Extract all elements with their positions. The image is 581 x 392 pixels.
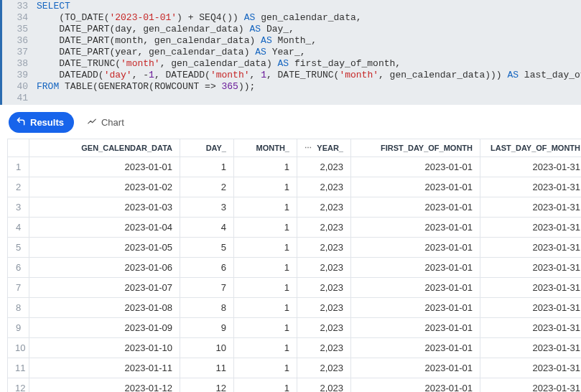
cell-day[interactable]: 6 xyxy=(180,258,234,278)
cell-ldom[interactable]: 2023-01-31 xyxy=(480,218,582,238)
table-row[interactable]: 92023-01-09912,0232023-01-012023-01-31 xyxy=(8,318,582,338)
cell-year[interactable]: 2,023 xyxy=(297,378,351,393)
more-columns-icon[interactable]: ⋯ xyxy=(305,144,314,151)
cell-ldom[interactable]: 2023-01-31 xyxy=(480,278,582,298)
table-row[interactable]: 102023-01-101012,0232023-01-012023-01-31 xyxy=(8,338,582,358)
cell-month[interactable]: 1 xyxy=(234,177,297,197)
rownum-cell[interactable]: 7 xyxy=(8,278,29,298)
rownum-cell[interactable]: 6 xyxy=(8,258,29,278)
cell-gen[interactable]: 2023-01-09 xyxy=(29,318,180,338)
cell-ldom[interactable]: 2023-01-31 xyxy=(480,258,582,278)
cell-month[interactable]: 1 xyxy=(234,218,297,238)
cell-gen[interactable]: 2023-01-06 xyxy=(29,258,180,278)
cell-day[interactable]: 4 xyxy=(180,218,234,238)
sql-editor[interactable]: 33SELECT34 (TO_DATE('2023-01-01') + SEQ4… xyxy=(0,0,581,105)
editor-line[interactable]: 40FROM TABLE(GENERATOR(ROWCOUNT => 365))… xyxy=(2,81,581,93)
cell-fdom[interactable]: 2023-01-01 xyxy=(351,238,480,258)
cell-gen[interactable]: 2023-01-05 xyxy=(29,238,180,258)
rownum-cell[interactable]: 1 xyxy=(8,157,29,177)
cell-fdom[interactable]: 2023-01-01 xyxy=(351,278,480,298)
cell-gen[interactable]: 2023-01-01 xyxy=(29,157,180,177)
results-grid[interactable]: GEN_CALENDAR_DATA DAY_ MONTH_ ⋯YEAR_ FIR… xyxy=(7,139,581,392)
cell-year[interactable]: 2,023 xyxy=(297,258,351,278)
editor-line[interactable]: 35 DATE_PART(day, gen_calendar_data) AS … xyxy=(2,24,581,35)
cell-year[interactable]: 2,023 xyxy=(297,318,351,338)
results-button[interactable]: Results xyxy=(9,112,74,133)
line-code[interactable]: (TO_DATE('2023-01-01') + SEQ4()) AS gen_… xyxy=(37,12,581,24)
table-row[interactable]: 82023-01-08812,0232023-01-012023-01-31 xyxy=(8,298,582,318)
cell-year[interactable]: 2,023 xyxy=(297,298,351,318)
cell-ldom[interactable]: 2023-01-31 xyxy=(480,238,582,258)
cell-gen[interactable]: 2023-01-02 xyxy=(29,177,180,197)
line-code[interactable] xyxy=(37,93,581,104)
cell-month[interactable]: 1 xyxy=(234,238,297,258)
cell-day[interactable]: 2 xyxy=(180,177,234,197)
cell-fdom[interactable]: 2023-01-01 xyxy=(351,298,480,318)
cell-day[interactable]: 10 xyxy=(180,338,234,358)
rownum-cell[interactable]: 4 xyxy=(8,218,29,238)
col-header-fdom[interactable]: FIRST_DAY_OF_MONTH xyxy=(351,139,480,157)
line-code[interactable]: DATE_TRUNC('month', gen_calendar_data) A… xyxy=(37,58,581,70)
editor-line[interactable]: 34 (TO_DATE('2023-01-01') + SEQ4()) AS g… xyxy=(2,12,581,24)
cell-ldom[interactable]: 2023-01-31 xyxy=(480,318,582,338)
table-row[interactable]: 32023-01-03312,0232023-01-012023-01-31 xyxy=(8,197,582,218)
editor-line[interactable]: 39 DATEADD('day', -1, DATEADD('month', 1… xyxy=(2,70,581,81)
editor-line[interactable]: 36 DATE_PART(month, gen_calendar_data) A… xyxy=(2,35,581,47)
cell-month[interactable]: 1 xyxy=(234,258,297,278)
cell-ldom[interactable]: 2023-01-31 xyxy=(480,298,582,318)
cell-gen[interactable]: 2023-01-07 xyxy=(29,278,180,298)
cell-year[interactable]: 2,023 xyxy=(297,218,351,238)
rownum-cell[interactable]: 5 xyxy=(8,238,29,258)
cell-gen[interactable]: 2023-01-12 xyxy=(29,378,180,393)
table-row[interactable]: 12023-01-01112,0232023-01-012023-01-31 xyxy=(8,157,582,177)
cell-year[interactable]: 2,023 xyxy=(297,157,351,177)
rownum-cell[interactable]: 10 xyxy=(8,338,29,358)
editor-line[interactable]: 37 DATE_PART(year, gen_calendar_data) AS… xyxy=(2,47,581,58)
cell-year[interactable]: 2,023 xyxy=(297,177,351,197)
table-row[interactable]: 62023-01-06612,0232023-01-012023-01-31 xyxy=(8,258,582,278)
cell-fdom[interactable]: 2023-01-01 xyxy=(351,318,480,338)
cell-gen[interactable]: 2023-01-04 xyxy=(29,218,180,238)
cell-day[interactable]: 11 xyxy=(180,358,234,378)
line-code[interactable]: FROM TABLE(GENERATOR(ROWCOUNT => 365)); xyxy=(37,81,581,93)
rownum-cell[interactable]: 8 xyxy=(8,298,29,318)
cell-year[interactable]: 2,023 xyxy=(297,358,351,378)
rownum-header[interactable] xyxy=(8,139,29,157)
line-code[interactable]: DATEADD('day', -1, DATEADD('month', 1, D… xyxy=(37,70,581,81)
cell-ldom[interactable]: 2023-01-31 xyxy=(480,197,582,218)
cell-day[interactable]: 8 xyxy=(180,298,234,318)
cell-month[interactable]: 1 xyxy=(234,298,297,318)
cell-month[interactable]: 1 xyxy=(234,157,297,177)
rownum-cell[interactable]: 12 xyxy=(8,378,29,393)
cell-day[interactable]: 5 xyxy=(180,238,234,258)
cell-fdom[interactable]: 2023-01-01 xyxy=(351,338,480,358)
cell-month[interactable]: 1 xyxy=(234,197,297,218)
cell-fdom[interactable]: 2023-01-01 xyxy=(351,157,480,177)
rownum-cell[interactable]: 2 xyxy=(8,177,29,197)
table-row[interactable]: 72023-01-07712,0232023-01-012023-01-31 xyxy=(8,278,582,298)
cell-month[interactable]: 1 xyxy=(234,318,297,338)
cell-month[interactable]: 1 xyxy=(234,278,297,298)
rownum-cell[interactable]: 9 xyxy=(8,318,29,338)
line-code[interactable]: DATE_PART(day, gen_calendar_data) AS Day… xyxy=(37,24,581,35)
cell-year[interactable]: 2,023 xyxy=(297,338,351,358)
cell-gen[interactable]: 2023-01-03 xyxy=(29,197,180,218)
cell-ldom[interactable]: 2023-01-31 xyxy=(480,177,582,197)
chart-button[interactable]: Chart xyxy=(83,113,129,131)
cell-year[interactable]: 2,023 xyxy=(297,238,351,258)
cell-ldom[interactable]: 2023-01-31 xyxy=(480,338,582,358)
col-header-year[interactable]: ⋯YEAR_ xyxy=(297,139,351,157)
table-row[interactable]: 122023-01-121212,0232023-01-012023-01-31 xyxy=(8,378,582,393)
cell-gen[interactable]: 2023-01-10 xyxy=(29,338,180,358)
cell-day[interactable]: 1 xyxy=(180,157,234,177)
cell-fdom[interactable]: 2023-01-01 xyxy=(351,358,480,378)
col-header-month[interactable]: MONTH_ xyxy=(234,139,297,157)
cell-fdom[interactable]: 2023-01-01 xyxy=(351,218,480,238)
col-header-day[interactable]: DAY_ xyxy=(180,139,234,157)
cell-fdom[interactable]: 2023-01-01 xyxy=(351,197,480,218)
cell-month[interactable]: 1 xyxy=(234,338,297,358)
cell-ldom[interactable]: 2023-01-31 xyxy=(480,378,582,393)
cell-gen[interactable]: 2023-01-11 xyxy=(29,358,180,378)
cell-day[interactable]: 7 xyxy=(180,278,234,298)
editor-line[interactable]: 38 DATE_TRUNC('month', gen_calendar_data… xyxy=(2,58,581,70)
